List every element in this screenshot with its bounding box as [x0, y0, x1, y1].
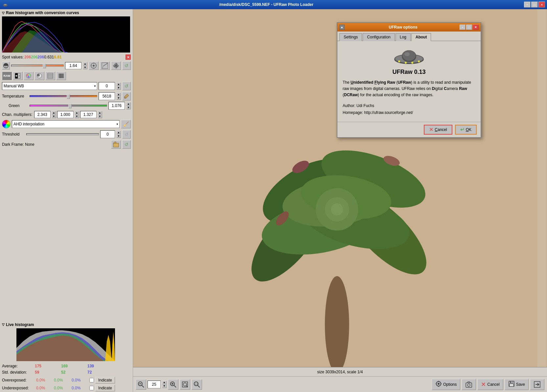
- exposure-spinner: ▲ ▼: [83, 62, 87, 69]
- color-tool-button[interactable]: [24, 72, 34, 80]
- dialog-maximize-button[interactable]: □: [466, 25, 472, 30]
- options-label: Options: [443, 382, 457, 387]
- svg-rect-13: [102, 66, 108, 68]
- save-label: Save: [516, 382, 525, 387]
- minimize-button[interactable]: −: [524, 2, 531, 8]
- temperature-label: Temperature: [2, 94, 28, 98]
- zoom-up-button[interactable]: ▲: [162, 381, 167, 384]
- dialog-minimize-button[interactable]: −: [460, 25, 466, 30]
- dialog-icon: ■: [339, 25, 345, 30]
- chan-r-input[interactable]: 2.343: [34, 111, 51, 118]
- zoom-value-input[interactable]: 25: [148, 381, 161, 388]
- zoom-in-button[interactable]: [168, 379, 178, 390]
- green-slider[interactable]: [30, 105, 107, 107]
- tab-settings[interactable]: Settings: [339, 33, 362, 41]
- green-down-button[interactable]: ▼: [126, 106, 131, 109]
- dark-frame-label: Dark Frame: None: [2, 142, 110, 147]
- dialog-cancel-button[interactable]: ✕ Cancel: [424, 125, 452, 135]
- curves-button[interactable]: [100, 61, 110, 70]
- chan-g-up[interactable]: ▲: [75, 111, 79, 115]
- threshold-down[interactable]: ▼: [116, 134, 121, 138]
- zoom-out-button[interactable]: [136, 379, 146, 390]
- threshold-up[interactable]: ▲: [116, 131, 121, 134]
- wb-value-input[interactable]: 0: [99, 82, 115, 90]
- reset-exposure-button[interactable]: ↺: [122, 61, 131, 70]
- raw-histogram-label: Raw histogram with conversion curves: [6, 11, 79, 15]
- close-button[interactable]: ✕: [538, 2, 545, 8]
- zoom-100-button[interactable]: 1:1: [192, 379, 202, 390]
- settings-button[interactable]: [111, 61, 121, 70]
- temp-up-button[interactable]: ▲: [116, 93, 121, 96]
- reset-wb-button[interactable]: ↺: [122, 82, 131, 90]
- dialog-close-button[interactable]: ✕: [473, 25, 479, 30]
- temperature-value[interactable]: 5618: [99, 92, 115, 100]
- tab-configuration[interactable]: Configuration: [363, 33, 395, 41]
- dialog-ok-button[interactable]: ↵ OK: [455, 125, 477, 135]
- bottom-toolbar: 25 ▲ ▼: [133, 376, 547, 392]
- exposure-tool-button[interactable]: [13, 72, 23, 80]
- export-button[interactable]: [530, 379, 544, 390]
- reset-threshold-button[interactable]: ↺: [122, 130, 131, 139]
- lens-tool-button[interactable]: [45, 72, 55, 80]
- exposure-icon[interactable]: [2, 62, 10, 70]
- threshold-value[interactable]: 0: [100, 130, 115, 138]
- eyedrop-button[interactable]: [122, 92, 131, 100]
- svg-point-69: [402, 50, 416, 61]
- underexposed-g: 0.0%: [54, 386, 70, 390]
- overexposed-indicate-button[interactable]: Indicate: [95, 377, 115, 383]
- cancel-main-button[interactable]: ✕ Cancel: [477, 379, 503, 390]
- underexposed-indicate-button[interactable]: Indicate: [95, 385, 115, 391]
- shoot-button[interactable]: [462, 379, 476, 390]
- interpolation-select[interactable]: AHD interpolation ▼: [12, 120, 120, 128]
- exposure-slider[interactable]: [11, 65, 64, 67]
- svg-point-7: [93, 65, 95, 67]
- wb-mode-select[interactable]: Manual WB ▼: [2, 82, 97, 90]
- zoom-fit-button[interactable]: [180, 379, 190, 390]
- spot-close-button[interactable]: ✕: [125, 54, 131, 60]
- svg-point-39: [124, 97, 125, 98]
- exposure-value[interactable]: 1.64: [65, 62, 81, 69]
- reset-dark-frame-button[interactable]: ↺: [122, 140, 131, 149]
- dark-frame-row: Dark Frame: None ↺: [0, 139, 133, 150]
- maximize-button[interactable]: □: [531, 2, 538, 8]
- exposure-up-button[interactable]: ▲: [83, 62, 87, 66]
- temperature-slider[interactable]: [30, 95, 97, 97]
- raw-tool-button[interactable]: RAW: [2, 72, 12, 80]
- tab-about[interactable]: About: [411, 33, 431, 41]
- average-r: 175: [35, 363, 61, 369]
- save-button[interactable]: Save: [505, 379, 529, 390]
- auto-exposure-button[interactable]: [89, 61, 99, 70]
- tab-log[interactable]: Log: [396, 33, 411, 41]
- chan-r-up[interactable]: ▲: [52, 111, 56, 115]
- live-histogram-header: ▽ Live histogram: [0, 321, 133, 328]
- broom-button[interactable]: 🧹: [121, 120, 131, 128]
- gamma-tool-button[interactable]: [34, 72, 44, 80]
- svg-point-73: [411, 62, 413, 64]
- green-value[interactable]: 1.076: [108, 102, 125, 110]
- chan-g-input[interactable]: 1.000: [57, 111, 74, 118]
- green-up-button[interactable]: ▲: [126, 102, 131, 106]
- exposure-down-button[interactable]: ▼: [83, 66, 87, 69]
- overexposed-checkbox[interactable]: [89, 378, 94, 382]
- chan-g-down[interactable]: ▼: [75, 115, 79, 118]
- options-button[interactable]: Options: [432, 379, 460, 390]
- wb-down-button[interactable]: ▼: [116, 86, 121, 90]
- chan-b-up[interactable]: ▲: [98, 111, 102, 115]
- zoom-down-button[interactable]: ▼: [162, 384, 167, 388]
- chan-r-down[interactable]: ▼: [52, 115, 56, 118]
- collapse-arrow-icon[interactable]: ▽: [2, 11, 5, 15]
- barcode-tool-button[interactable]: [56, 72, 66, 80]
- underexposed-checkbox[interactable]: [89, 386, 94, 390]
- threshold-spinner: ▲ ▼: [116, 131, 121, 138]
- image-area[interactable]: ■ UFRaw options − □ ✕ Settings Configura…: [133, 9, 547, 367]
- chan-b-down[interactable]: ▼: [98, 115, 102, 118]
- svg-point-1: [4, 4, 7, 5]
- threshold-slider[interactable]: [26, 133, 99, 135]
- chan-b-input[interactable]: 1.327: [80, 111, 97, 118]
- dark-frame-open-button[interactable]: [111, 140, 121, 149]
- wb-up-button[interactable]: ▲: [116, 82, 121, 86]
- tools-row: RAW: [0, 71, 133, 81]
- right-panel: ■ UFRaw options − □ ✕ Settings Configura…: [133, 9, 547, 392]
- live-collapse-arrow-icon[interactable]: ▽: [2, 323, 5, 326]
- temp-down-button[interactable]: ▼: [116, 96, 121, 100]
